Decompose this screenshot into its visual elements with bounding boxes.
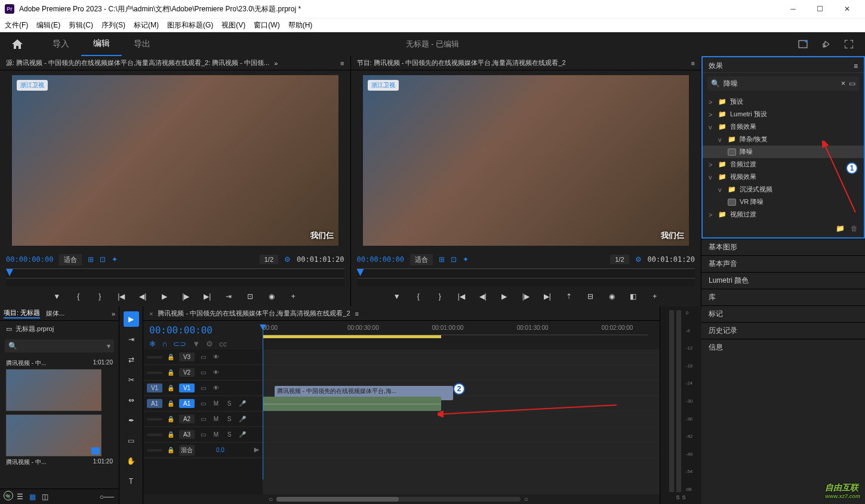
source-v1[interactable]: V1 [147, 384, 162, 392]
playhead-icon[interactable] [357, 269, 364, 276]
project-search[interactable]: 🔍 ▾ [5, 339, 114, 353]
timeline-tc[interactable]: 00:00:00:00 [149, 324, 257, 336]
timeline-playhead[interactable] [263, 324, 263, 480]
linked-icon[interactable]: ⊂⊃ [173, 339, 186, 348]
panel-history[interactable]: 历史记录 [701, 322, 865, 339]
magnet-icon[interactable]: ∩ [162, 339, 167, 348]
tab-export[interactable]: 导出 [122, 32, 162, 56]
pen-tool[interactable]: ✒ [124, 413, 139, 428]
panel-essential-graphics[interactable]: 基本图形 [701, 239, 865, 255]
button-editor-icon[interactable]: + [288, 292, 298, 301]
panel-markers[interactable]: 标记 [701, 305, 865, 322]
quick-export-icon[interactable] [798, 40, 808, 48]
list-view-icon[interactable]: ☰ [17, 493, 23, 501]
home-icon[interactable] [12, 39, 23, 49]
timeline-ruler[interactable]: 00:00 00:00:30:00 00:01:00:00 00:01:30:0… [263, 324, 648, 335]
project-item[interactable]: 腾讯视频 - 中...1:01:20 [6, 415, 113, 468]
tab-import[interactable]: 导入 [41, 32, 81, 56]
step-fwd-icon[interactable]: |▶ [181, 292, 190, 301]
settings-icon[interactable]: ⚙ [284, 255, 291, 264]
maximize-button[interactable]: ☐ [806, 0, 833, 18]
fx-folder-video-transitions[interactable]: >📁视频过渡 [703, 208, 864, 221]
guides-icon[interactable]: ⊡ [100, 255, 106, 264]
selection-tool[interactable]: ▶ [124, 311, 139, 327]
fullscreen-icon[interactable] [845, 40, 853, 48]
export-frame-icon[interactable]: ◉ [607, 292, 617, 301]
menu-help[interactable]: 帮助(H) [288, 20, 313, 30]
panel-menu-icon[interactable]: ≡ [340, 60, 344, 67]
close-seq-icon[interactable]: × [149, 310, 153, 317]
icon-view-icon[interactable]: ▦ [29, 493, 36, 501]
filter-icon[interactable]: ▾ [107, 342, 110, 350]
settings-icon[interactable]: ⚙ [206, 339, 213, 348]
rectangle-tool[interactable]: ▭ [124, 433, 139, 449]
overlay-icon[interactable]: ✦ [112, 255, 118, 264]
captions-icon[interactable]: cc [219, 339, 227, 348]
goto-in-icon[interactable]: |◀ [457, 292, 466, 301]
source-res-select[interactable]: 1/2 [260, 255, 278, 264]
fx-folder-presets[interactable]: >📁预设 [703, 95, 864, 108]
razor-tool[interactable]: ✂ [124, 372, 139, 388]
program-fit-select[interactable]: 适合 [410, 254, 433, 265]
snap-icon[interactable]: ❄ [149, 339, 156, 348]
program-viewport[interactable]: 浙江卫视 我们仨 [363, 75, 689, 246]
solo-left[interactable]: S [676, 494, 679, 500]
creative-cloud-icon[interactable]: ∞ [4, 491, 13, 500]
freeform-view-icon[interactable]: ◫ [42, 493, 48, 501]
play-icon[interactable]: ▶ [159, 292, 169, 301]
chevron-right-icon[interactable]: » [274, 60, 278, 67]
tab-media[interactable]: 媒体... [46, 309, 64, 318]
panel-info[interactable]: 信息 [701, 339, 865, 355]
effects-search-input[interactable] [724, 79, 838, 88]
menu-clip[interactable]: 剪辑(C) [69, 20, 93, 30]
audio-clip[interactable] [263, 397, 441, 411]
panel-essential-sound[interactable]: 基本声音 [701, 255, 865, 272]
in-icon[interactable]: { [414, 292, 423, 301]
menu-file[interactable]: 文件(F) [5, 20, 28, 30]
out-icon[interactable]: } [435, 292, 445, 301]
minimize-button[interactable]: ─ [780, 0, 806, 18]
settings-icon[interactable]: ⚙ [635, 255, 642, 264]
step-back-icon[interactable]: ◀| [478, 292, 488, 301]
fx-folder-immersive[interactable]: v📁沉浸式视频 [703, 183, 864, 196]
fx-folder-lumetri[interactable]: >📁Lumetri 预设 [703, 108, 864, 120]
guides-icon[interactable]: ⊡ [451, 255, 457, 264]
panel-lumetri-color[interactable]: Lumetri 颜色 [701, 272, 865, 289]
fx-folder-denoise-restore[interactable]: v📁降杂/恢复 [703, 133, 864, 146]
share-icon[interactable] [822, 40, 830, 48]
chevron-right-icon[interactable]: » [112, 310, 115, 317]
scroll-thumb[interactable] [276, 497, 398, 502]
track-a1[interactable]: A1 [179, 399, 195, 408]
track-v3[interactable]: V3 [179, 353, 195, 361]
clip-thumbnail[interactable] [6, 369, 101, 411]
fx-folder-video[interactable]: v📁视频效果 [703, 171, 864, 183]
tab-project[interactable]: 项目: 无标题 [4, 308, 40, 319]
project-item[interactable]: 腾讯视频 - 中...1:01:20 [6, 357, 113, 411]
source-viewport[interactable]: 浙江卫视 我们仨 [12, 75, 338, 246]
track-mix[interactable]: 混合 [179, 445, 195, 456]
program-res-select[interactable]: 1/2 [610, 255, 629, 264]
rulers-icon[interactable]: ⊞ [439, 255, 445, 264]
fx-folder-audio-transitions[interactable]: >📁音频过渡 [703, 158, 864, 171]
fx-effect-denoise[interactable]: 降噪 [703, 146, 864, 158]
button-editor-icon[interactable]: + [650, 292, 660, 301]
program-tc-left[interactable]: 00:00:00:00 [357, 255, 404, 264]
new-bin-icon[interactable]: ▭ [849, 79, 855, 88]
out-icon[interactable]: } [95, 292, 104, 301]
type-tool[interactable]: T [124, 474, 139, 489]
track-a2[interactable]: A2 [179, 415, 195, 423]
source-ruler[interactable] [6, 268, 344, 286]
marker-icon[interactable]: ▼ [192, 339, 200, 348]
slip-tool[interactable]: ⇔ [124, 392, 139, 408]
fx-folder-audio[interactable]: v📁音频效果 [703, 120, 864, 133]
compare-icon[interactable]: ◧ [629, 292, 638, 301]
in-icon[interactable]: { [73, 292, 83, 301]
trash-icon[interactable]: 🗑 [851, 224, 858, 233]
source-tc-left[interactable]: 00:00:00:00 [6, 255, 53, 264]
play-icon[interactable]: ▶ [500, 292, 509, 301]
menu-view[interactable]: 视图(V) [221, 20, 245, 30]
playhead-icon[interactable] [6, 269, 13, 276]
goto-in-icon[interactable]: |◀ [116, 292, 126, 301]
track-lanes[interactable]: 腾讯视频 - 中国领先的在线视频媒体平台,海... 2 [263, 350, 660, 494]
source-fit-select[interactable]: 适合 [59, 254, 82, 265]
